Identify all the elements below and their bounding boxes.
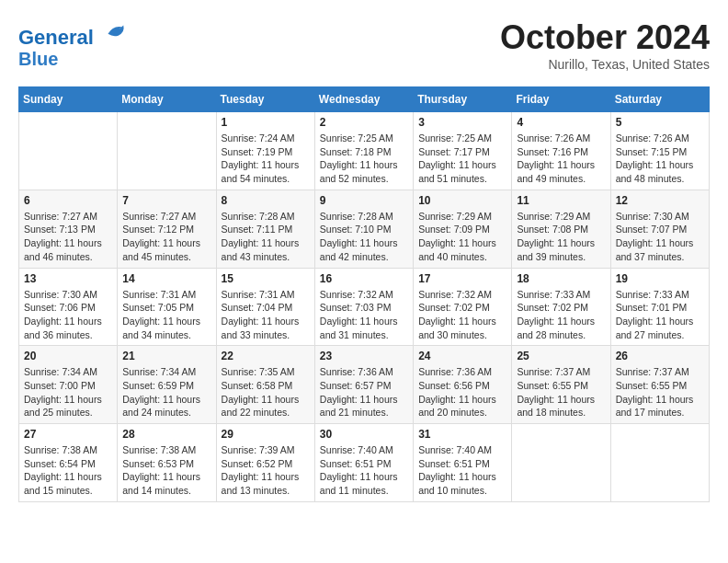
day-number: 4 bbox=[517, 116, 605, 129]
logo-text: General bbox=[18, 18, 127, 49]
calendar-cell: 28Sunrise: 7:38 AMSunset: 6:53 PMDayligh… bbox=[118, 424, 216, 502]
day-info: Sunrise: 7:35 AMSunset: 6:58 PMDaylight:… bbox=[222, 365, 310, 419]
calendar-cell: 30Sunrise: 7:40 AMSunset: 6:51 PMDayligh… bbox=[314, 424, 413, 502]
day-number: 19 bbox=[616, 272, 704, 285]
day-number: 13 bbox=[24, 272, 112, 285]
day-number: 30 bbox=[320, 428, 408, 441]
weekday-header: Sunday bbox=[19, 87, 118, 112]
calendar-cell: 19Sunrise: 7:33 AMSunset: 7:01 PMDayligh… bbox=[610, 268, 709, 346]
weekday-header: Thursday bbox=[414, 87, 512, 112]
day-info: Sunrise: 7:30 AMSunset: 7:07 PMDaylight:… bbox=[616, 210, 704, 264]
calendar-cell: 4Sunrise: 7:26 AMSunset: 7:16 PMDaylight… bbox=[512, 112, 610, 190]
day-info: Sunrise: 7:36 AMSunset: 6:56 PMDaylight:… bbox=[418, 365, 506, 419]
day-number: 24 bbox=[418, 350, 506, 362]
logo-blue: Blue bbox=[18, 49, 127, 69]
calendar-cell: 17Sunrise: 7:32 AMSunset: 7:02 PMDayligh… bbox=[414, 268, 512, 346]
day-number: 15 bbox=[222, 272, 310, 285]
weekday-header: Wednesday bbox=[314, 87, 413, 112]
calendar-cell: 6Sunrise: 7:27 AMSunset: 7:13 PMDaylight… bbox=[19, 190, 118, 268]
day-info: Sunrise: 7:36 AMSunset: 6:57 PMDaylight:… bbox=[320, 365, 408, 419]
calendar-cell: 8Sunrise: 7:28 AMSunset: 7:11 PMDaylight… bbox=[216, 190, 314, 268]
calendar-week-row: 6Sunrise: 7:27 AMSunset: 7:13 PMDaylight… bbox=[19, 190, 710, 268]
day-number: 29 bbox=[222, 428, 310, 441]
location: Nurillo, Texas, United States bbox=[500, 57, 710, 72]
calendar-cell: 5Sunrise: 7:26 AMSunset: 7:15 PMDaylight… bbox=[610, 112, 709, 190]
calendar-cell: 21Sunrise: 7:34 AMSunset: 6:59 PMDayligh… bbox=[118, 346, 216, 424]
day-number: 10 bbox=[418, 194, 506, 207]
day-info: Sunrise: 7:26 AMSunset: 7:16 PMDaylight:… bbox=[517, 132, 605, 186]
calendar-cell: 29Sunrise: 7:39 AMSunset: 6:52 PMDayligh… bbox=[216, 424, 314, 502]
weekday-header: Monday bbox=[118, 87, 216, 112]
calendar-cell: 18Sunrise: 7:33 AMSunset: 7:02 PMDayligh… bbox=[512, 268, 610, 346]
calendar-cell: 22Sunrise: 7:35 AMSunset: 6:58 PMDayligh… bbox=[216, 346, 314, 424]
day-number: 22 bbox=[222, 350, 310, 362]
calendar-cell: 1Sunrise: 7:24 AMSunset: 7:19 PMDaylight… bbox=[216, 112, 314, 190]
day-number: 11 bbox=[517, 194, 605, 207]
day-number: 14 bbox=[122, 272, 210, 285]
day-number: 7 bbox=[122, 194, 210, 207]
day-info: Sunrise: 7:33 AMSunset: 7:02 PMDaylight:… bbox=[517, 288, 605, 342]
day-info: Sunrise: 7:33 AMSunset: 7:01 PMDaylight:… bbox=[616, 288, 704, 342]
calendar-cell: 14Sunrise: 7:31 AMSunset: 7:05 PMDayligh… bbox=[118, 268, 216, 346]
day-number: 16 bbox=[320, 272, 408, 285]
day-info: Sunrise: 7:40 AMSunset: 6:51 PMDaylight:… bbox=[418, 443, 506, 498]
weekday-header: Tuesday bbox=[216, 87, 314, 112]
calendar-cell: 13Sunrise: 7:30 AMSunset: 7:06 PMDayligh… bbox=[19, 268, 118, 346]
calendar-week-row: 13Sunrise: 7:30 AMSunset: 7:06 PMDayligh… bbox=[19, 268, 710, 346]
day-number: 20 bbox=[24, 350, 112, 362]
day-number: 5 bbox=[616, 116, 704, 129]
calendar-table: SundayMondayTuesdayWednesdayThursdayFrid… bbox=[18, 86, 710, 502]
day-number: 28 bbox=[122, 428, 210, 441]
day-number: 1 bbox=[222, 116, 310, 129]
day-info: Sunrise: 7:37 AMSunset: 6:55 PMDaylight:… bbox=[517, 365, 605, 419]
day-info: Sunrise: 7:28 AMSunset: 7:11 PMDaylight:… bbox=[222, 210, 310, 264]
day-info: Sunrise: 7:30 AMSunset: 7:06 PMDaylight:… bbox=[24, 288, 112, 342]
calendar-week-row: 20Sunrise: 7:34 AMSunset: 7:00 PMDayligh… bbox=[19, 346, 710, 424]
calendar-cell: 31Sunrise: 7:40 AMSunset: 6:51 PMDayligh… bbox=[414, 424, 512, 502]
calendar-cell: 26Sunrise: 7:37 AMSunset: 6:55 PMDayligh… bbox=[610, 346, 709, 424]
month-title: October 2024 bbox=[500, 18, 710, 57]
calendar-cell: 10Sunrise: 7:29 AMSunset: 7:09 PMDayligh… bbox=[414, 190, 512, 268]
calendar-cell: 27Sunrise: 7:38 AMSunset: 6:54 PMDayligh… bbox=[19, 424, 118, 502]
weekday-header: Friday bbox=[512, 87, 610, 112]
calendar-cell: 11Sunrise: 7:29 AMSunset: 7:08 PMDayligh… bbox=[512, 190, 610, 268]
weekday-header: Saturday bbox=[610, 87, 709, 112]
calendar-cell: 12Sunrise: 7:30 AMSunset: 7:07 PMDayligh… bbox=[610, 190, 709, 268]
day-info: Sunrise: 7:34 AMSunset: 7:00 PMDaylight:… bbox=[24, 365, 112, 419]
day-number: 18 bbox=[517, 272, 605, 285]
day-info: Sunrise: 7:25 AMSunset: 7:17 PMDaylight:… bbox=[418, 132, 506, 186]
day-info: Sunrise: 7:29 AMSunset: 7:08 PMDaylight:… bbox=[517, 210, 605, 264]
day-number: 12 bbox=[616, 194, 704, 207]
day-info: Sunrise: 7:34 AMSunset: 6:59 PMDaylight:… bbox=[122, 365, 210, 419]
day-info: Sunrise: 7:37 AMSunset: 6:55 PMDaylight:… bbox=[616, 365, 704, 419]
calendar-cell bbox=[118, 112, 216, 190]
day-number: 8 bbox=[222, 194, 310, 207]
calendar-cell: 7Sunrise: 7:27 AMSunset: 7:12 PMDaylight… bbox=[118, 190, 216, 268]
day-number: 2 bbox=[320, 116, 408, 129]
day-number: 9 bbox=[320, 194, 408, 207]
day-info: Sunrise: 7:27 AMSunset: 7:12 PMDaylight:… bbox=[122, 210, 210, 264]
day-info: Sunrise: 7:38 AMSunset: 6:54 PMDaylight:… bbox=[24, 443, 112, 498]
calendar-week-row: 27Sunrise: 7:38 AMSunset: 6:54 PMDayligh… bbox=[19, 424, 710, 502]
calendar-cell: 15Sunrise: 7:31 AMSunset: 7:04 PMDayligh… bbox=[216, 268, 314, 346]
day-number: 26 bbox=[616, 350, 704, 362]
calendar-cell: 3Sunrise: 7:25 AMSunset: 7:17 PMDaylight… bbox=[414, 112, 512, 190]
day-info: Sunrise: 7:31 AMSunset: 7:05 PMDaylight:… bbox=[122, 288, 210, 342]
day-info: Sunrise: 7:25 AMSunset: 7:18 PMDaylight:… bbox=[320, 132, 408, 186]
day-number: 23 bbox=[320, 350, 408, 362]
calendar-cell: 9Sunrise: 7:28 AMSunset: 7:10 PMDaylight… bbox=[314, 190, 413, 268]
title-block: October 2024 Nurillo, Texas, United Stat… bbox=[500, 18, 710, 72]
day-info: Sunrise: 7:38 AMSunset: 6:53 PMDaylight:… bbox=[122, 443, 210, 498]
day-number: 6 bbox=[24, 194, 112, 207]
day-number: 17 bbox=[418, 272, 506, 285]
day-info: Sunrise: 7:31 AMSunset: 7:04 PMDaylight:… bbox=[222, 288, 310, 342]
calendar-cell: 2Sunrise: 7:25 AMSunset: 7:18 PMDaylight… bbox=[314, 112, 413, 190]
day-info: Sunrise: 7:24 AMSunset: 7:19 PMDaylight:… bbox=[222, 132, 310, 186]
day-number: 27 bbox=[24, 428, 112, 441]
day-info: Sunrise: 7:32 AMSunset: 7:03 PMDaylight:… bbox=[320, 288, 408, 342]
calendar-cell bbox=[610, 424, 709, 502]
calendar-cell: 16Sunrise: 7:32 AMSunset: 7:03 PMDayligh… bbox=[314, 268, 413, 346]
weekday-header-row: SundayMondayTuesdayWednesdayThursdayFrid… bbox=[19, 87, 710, 112]
day-number: 25 bbox=[517, 350, 605, 362]
day-info: Sunrise: 7:32 AMSunset: 7:02 PMDaylight:… bbox=[418, 288, 506, 342]
